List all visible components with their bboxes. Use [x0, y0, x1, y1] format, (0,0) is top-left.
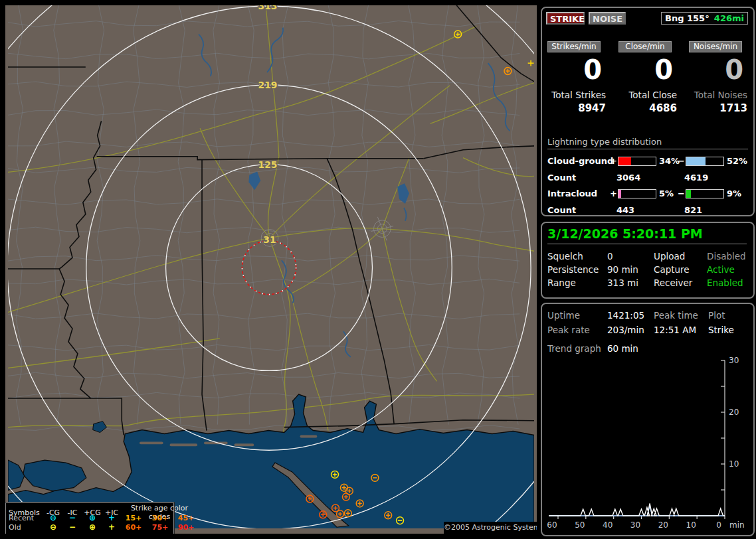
range-label: Range	[547, 277, 607, 288]
peak-rate-label: Peak rate	[547, 325, 607, 335]
cg-count-row: Count 3064 4619	[547, 173, 748, 182]
trend-series-close	[549, 506, 725, 516]
alarm-ring-label: 31	[263, 234, 276, 245]
close-counter: Close/min 0 Total Close 4686	[613, 41, 680, 121]
chart-tick-labels: 1020306050403020100min	[547, 356, 744, 530]
cg-positive-count: 3064	[616, 173, 640, 183]
age-code-30: 30+	[147, 514, 173, 522]
app-window: 31321912531 ©2005 Astrogenic Systems Sym…	[0, 0, 756, 539]
plus-sign: +	[610, 189, 617, 198]
status-row: Persistence 90 min Capture Active	[547, 263, 748, 276]
trend-graph-row: Trend graph 60 min	[547, 342, 748, 355]
uptime-label: Uptime	[547, 310, 607, 321]
legend-recent-row: Recent ⊖ − ⊕ + 15+ 30+ 45+	[9, 513, 171, 522]
receiver-status: Enabled	[707, 277, 748, 288]
trend-chart: 1020306050403020100min	[542, 356, 753, 532]
age-code-90: 90+	[173, 523, 199, 532]
svg-text:30: 30	[630, 520, 640, 530]
plot-value: Strike	[708, 325, 748, 335]
circle-minus-icon: ⊖	[43, 514, 63, 522]
close-per-min-value: 0	[613, 56, 680, 83]
receiver-label: Receiver	[654, 277, 707, 288]
ring-label: 125	[258, 159, 278, 170]
legend-header-row: Symbols -CG -IC +CG +IC Strike age color…	[9, 504, 171, 513]
ic-count-row: Count 443 821	[547, 205, 748, 214]
svg-text:60: 60	[547, 520, 557, 530]
uptime-value: 1421:05	[607, 310, 654, 321]
plot-label: Plot	[708, 310, 748, 321]
svg-text:10: 10	[729, 459, 739, 469]
upload-label: Upload	[654, 251, 707, 262]
strikes-counter: Strikes/min 0 Total Strikes 8947	[542, 41, 609, 121]
age-code-45: 45+	[173, 514, 199, 522]
legend-recent-label: Recent	[9, 514, 43, 522]
minus-icon: −	[63, 523, 82, 531]
noises-counter: Noises/min 0 Total Noises 1713	[684, 41, 750, 121]
map[interactable]: 31321912531	[5, 5, 537, 534]
trend-series-strike	[549, 503, 725, 516]
copyright: ©2005 Astrogenic Systems	[444, 522, 537, 534]
trend-info: Uptime 1421:05 Peak time Plot Peak rate …	[547, 308, 748, 355]
uptime-row: Uptime 1421:05 Peak time Plot	[547, 308, 748, 323]
ic-negative-fill	[686, 190, 691, 198]
ic-positive-bar	[618, 189, 656, 198]
cloud-ground-row: Cloud-ground + 34% − 52%	[547, 156, 748, 167]
map-panel: 31321912531 ©2005 Astrogenic Systems Sym…	[5, 5, 537, 534]
ic-negative-bar	[686, 189, 724, 198]
svg-text:30: 30	[729, 356, 739, 365]
ring-label: 313	[258, 5, 278, 11]
ic-negative-count: 821	[684, 205, 702, 215]
noises-per-min-value: 0	[684, 56, 750, 83]
bearing-value: Bng 155°	[665, 13, 709, 23]
distribution-title: Lightning type distribution	[547, 137, 748, 149]
cg-negative-pct: 52%	[727, 156, 747, 166]
capture-label: Capture	[654, 264, 707, 275]
bearing-distance: 426mi	[714, 13, 744, 23]
range-value: 313 mi	[607, 277, 654, 288]
strikes-per-min-label: Strikes/min	[547, 41, 601, 52]
datetime-display: 3/12/2026 5:20:11 PM	[547, 226, 747, 244]
strike-toggle-button[interactable]: STRIKE	[546, 12, 585, 25]
trend-panel: Uptime 1421:05 Peak time Plot Peak rate …	[541, 303, 755, 536]
age-code-15: 15+	[120, 514, 147, 522]
status-grid: Squelch 0 Upload Disabled Persistence 90…	[547, 250, 748, 289]
legend-old-label: Old	[9, 523, 43, 532]
circle-minus-icon: ⊖	[43, 523, 63, 531]
minus-icon: −	[63, 514, 82, 522]
peak-rate-row: Peak rate 203/min 12:51 AM Strike	[547, 323, 748, 337]
intracloud-label: Intracloud	[547, 189, 597, 198]
bearing-readout: Bng 155° 426mi	[661, 12, 748, 25]
ic-positive-pct: 5%	[659, 189, 674, 198]
peak-time-label: Peak time	[654, 310, 708, 321]
status-row: Squelch 0 Upload Disabled	[547, 250, 748, 263]
noise-toggle-button[interactable]: NOISE	[589, 12, 626, 25]
total-noises-value: 1713	[684, 102, 750, 114]
total-strikes-value: 8947	[542, 102, 609, 114]
svg-text:min: min	[729, 520, 745, 530]
cg-positive-bar	[618, 157, 656, 166]
lightning-distribution: Lightning type distribution Cloud-ground…	[547, 137, 748, 214]
total-close-label: Total Close	[613, 90, 680, 100]
count-label: Count	[547, 173, 576, 183]
circle-plus-icon: ⊕	[82, 523, 103, 531]
upload-status: Disabled	[707, 251, 748, 262]
total-strikes-label: Total Strikes	[542, 90, 609, 100]
svg-text:10: 10	[686, 520, 696, 530]
cloud-ground-label: Cloud-ground	[547, 156, 613, 166]
persistence-label: Persistence	[547, 264, 607, 275]
noises-per-min-label: Noises/min	[689, 41, 742, 52]
minus-sign: −	[678, 189, 685, 198]
ic-negative-pct: 9%	[727, 189, 741, 198]
age-code-60: 60+	[120, 523, 147, 532]
persistence-value: 90 min	[607, 264, 654, 275]
age-code-75: 75+	[147, 523, 173, 532]
plus-icon: +	[103, 523, 120, 531]
peak-rate-value: 203/min	[607, 325, 654, 335]
svg-text:40: 40	[603, 520, 613, 530]
squelch-value: 0	[607, 251, 654, 262]
status-panel: 3/12/2026 5:20:11 PM Squelch 0 Upload Di…	[541, 222, 755, 299]
cg-negative-count: 4619	[684, 173, 708, 183]
svg-text:50: 50	[575, 520, 585, 530]
ic-positive-count: 443	[616, 205, 634, 215]
svg-text:20: 20	[729, 408, 739, 417]
